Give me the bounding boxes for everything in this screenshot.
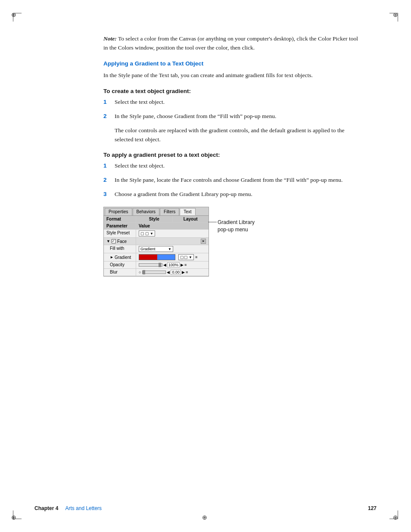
- callout: Gradient Library pop-up menu: [218, 219, 255, 233]
- style-preset-label: Style Preset: [104, 230, 136, 237]
- preset-control[interactable]: ▢ ▢ ▼: [139, 230, 155, 236]
- blur-input[interactable]: 0.00: [171, 270, 181, 275]
- footer-chapter-label: Chapter 4: [34, 505, 58, 511]
- step-item: 2 In the Style pane, choose Gradient fro…: [103, 112, 359, 121]
- ui-panel: Properties Behaviors Filters Text Format…: [103, 207, 209, 277]
- tab-text[interactable]: Text: [180, 208, 195, 215]
- face-label: ▼ Face: [104, 238, 136, 245]
- step-number: 2: [103, 176, 113, 185]
- opacity-value: ◀ 100% ▶ ≡: [136, 261, 209, 268]
- gradient-text: Gradient: [115, 255, 131, 260]
- gradient-library-btn[interactable]: ▢▢ ▼: [178, 254, 194, 260]
- opacity-arrow-right[interactable]: ▶: [181, 263, 184, 267]
- face-value: ✕: [136, 238, 209, 245]
- step-text: In the Style pane, choose Gradient from …: [115, 112, 359, 121]
- blur-slider-row: ○ ◀ 0.00 ▶ ≡: [139, 270, 206, 275]
- reg-mark-tl: [11, 11, 18, 18]
- footer: Chapter 4 Arts and Letters 127: [34, 505, 377, 511]
- callout-line1: Gradient Library: [218, 219, 255, 225]
- gradient-options-btn[interactable]: ≡: [195, 255, 197, 259]
- value-label: Value: [136, 223, 209, 229]
- section-intro: In the Style pane of the Text tab, you c…: [103, 71, 359, 80]
- footer-chapter-link[interactable]: Arts and Letters: [65, 505, 102, 511]
- tab-filters[interactable]: Filters: [160, 208, 179, 215]
- blur-slider[interactable]: [142, 271, 166, 274]
- preset-icon2: ▢: [145, 231, 149, 236]
- section-heading: Applying a Gradient to a Text Object: [103, 60, 359, 67]
- face-close-btn[interactable]: ✕: [201, 239, 206, 244]
- fill-with-value: Gradient ▼: [136, 245, 209, 253]
- preset-icon1: ▢: [140, 231, 144, 236]
- step-text: In the Style pane, locate the Face contr…: [115, 176, 359, 185]
- preset-dropdown-arrow: ▼: [150, 232, 153, 236]
- footer-page-number: 127: [368, 505, 377, 511]
- panel-header-row: Format Style Layout: [104, 216, 209, 223]
- param-value-row: Parameter Value: [104, 223, 209, 230]
- opacity-row: Opacity ◀ 100% ▶ ≡: [104, 261, 209, 269]
- step-text: Select the text object.: [115, 98, 359, 107]
- step-item: 2 In the Style pane, locate the Face con…: [103, 176, 359, 185]
- note-label: Note:: [103, 35, 117, 42]
- callout-text: Gradient Library pop-up menu: [218, 219, 255, 233]
- steps-create: 1 Select the text object. 2 In the Style…: [103, 98, 359, 121]
- reg-mark-tr: [393, 11, 400, 18]
- face-checkbox[interactable]: [112, 239, 116, 243]
- library-icon: ▢▢: [180, 255, 188, 259]
- panel-container: Properties Behaviors Filters Text Format…: [103, 207, 359, 277]
- subheading-preset: To apply a gradient preset to a text obj…: [103, 152, 359, 158]
- fill-with-text: Gradient: [140, 247, 156, 251]
- fill-with-row: Fill with Gradient ▼: [104, 245, 209, 253]
- tab-behaviors[interactable]: Behaviors: [133, 208, 159, 215]
- gradient-bar[interactable]: [139, 254, 175, 260]
- footer-chapter: Chapter 4 Arts and Letters: [34, 505, 102, 511]
- gradient-red: [139, 255, 157, 260]
- main-content: Note: To select a color from the Canvas …: [103, 26, 359, 277]
- blur-value: ○ ◀ 0.00 ▶ ≡: [136, 269, 209, 276]
- style-preset-value: ▢ ▢ ▼: [136, 230, 209, 237]
- gradient-row: ► Gradient ▢▢ ▼ ≡: [104, 253, 209, 261]
- tab-properties[interactable]: Properties: [105, 208, 132, 215]
- step-number: 1: [103, 162, 113, 171]
- style-preset-row: Style Preset ▢ ▢ ▼: [104, 230, 209, 238]
- col-style: Style: [136, 216, 173, 222]
- fill-dropdown-arrow: ▼: [168, 247, 171, 251]
- opacity-slider[interactable]: [139, 263, 162, 267]
- step-text: Select the text object.: [115, 162, 359, 171]
- blur-arrow-right[interactable]: ▶: [182, 270, 185, 274]
- opacity-handle[interactable]: [159, 263, 161, 267]
- reg-mark-bc: [202, 514, 209, 521]
- face-text: Face: [117, 239, 127, 244]
- opacity-input[interactable]: 100%: [167, 262, 180, 268]
- fill-with-label: Fill with: [104, 245, 136, 253]
- gradient-triangle-icon: ►: [110, 255, 114, 259]
- step-item: 1 Select the text object.: [103, 98, 359, 107]
- reg-mark-bl: [11, 514, 18, 521]
- gradient-label: ► Gradient: [104, 253, 136, 261]
- blur-zero-icon: ○: [139, 270, 141, 274]
- blur-arrow-left[interactable]: ◀: [167, 270, 170, 274]
- blur-handle[interactable]: [143, 270, 145, 274]
- note-paragraph: Note: To select a color from the Canvas …: [103, 34, 359, 53]
- face-row: ▼ Face ✕: [104, 238, 209, 245]
- step-text: Choose a gradient from the Gradient Libr…: [115, 190, 359, 199]
- opacity-options-btn[interactable]: ≡: [184, 263, 187, 267]
- note-text: To select a color from the Canvas (or an…: [103, 35, 358, 51]
- blur-row: Blur ○ ◀ 0.00 ▶ ≡: [104, 269, 209, 276]
- panel-tabs: Properties Behaviors Filters Text: [104, 207, 209, 216]
- opacity-slider-row: ◀ 100% ▶ ≡: [139, 262, 206, 268]
- opacity-arrow-left[interactable]: ◀: [163, 263, 166, 267]
- fill-with-dropdown[interactable]: Gradient ▼: [139, 246, 173, 252]
- step-number: 1: [103, 98, 113, 107]
- step-number: 2: [103, 112, 113, 121]
- gradient-blue: [157, 255, 175, 260]
- library-arrow: ▼: [189, 255, 192, 259]
- blur-options-btn[interactable]: ≡: [186, 270, 188, 274]
- triangle-icon: ▼: [106, 239, 110, 243]
- param-label: Parameter: [104, 223, 136, 229]
- steps-preset: 1 Select the text object. 2 In the Style…: [103, 162, 359, 199]
- step-item: 1 Select the text object.: [103, 162, 359, 171]
- col-layout: Layout: [173, 216, 209, 222]
- reg-mark-br: [393, 514, 400, 521]
- callout-line2: pop-up menu: [218, 227, 248, 233]
- step-number: 3: [103, 190, 113, 199]
